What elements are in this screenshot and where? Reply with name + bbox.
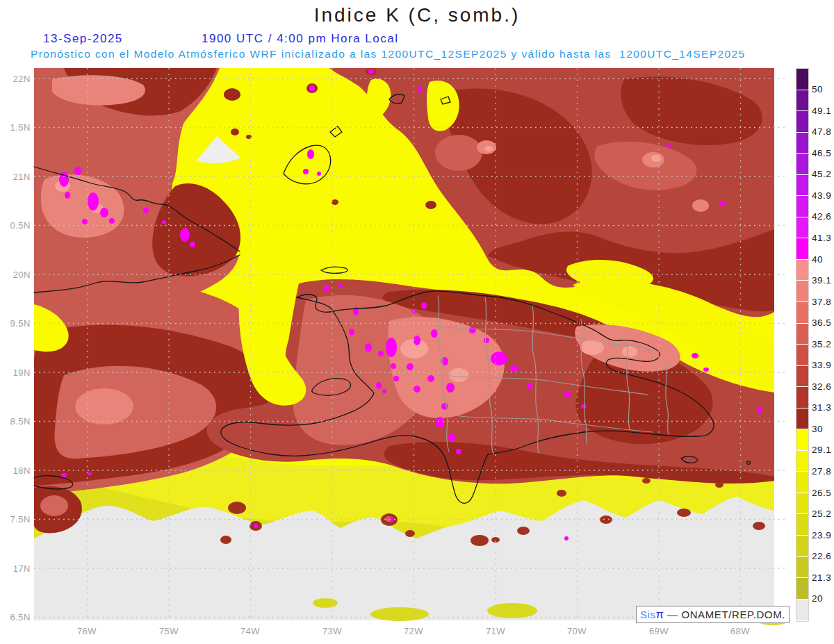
colorbar-segment [796, 557, 808, 579]
lat-label: 18N [0, 465, 31, 476]
lon-label: 72W [398, 626, 429, 636]
colorbar-label: 49.1 [812, 106, 831, 116]
map-plot-area: 22N 1.5N 21N 0.5N 20N 9.5N 19N 8.5N 18N … [0, 0, 834, 644]
attribution-org-label: — ONAMET/REP.DOM. [664, 609, 785, 620]
colorbar-segment [796, 111, 808, 133]
colorbar-segment [796, 260, 808, 281]
colorbar-segment [796, 451, 808, 472]
pi-symbol-icon: π [656, 609, 664, 621]
colorbar-segment [796, 175, 808, 197]
colorbar-segment [796, 387, 808, 408]
colorbar-label: 20 [812, 593, 823, 604]
colorbar-segment [796, 133, 808, 154]
colorbar-segment [796, 345, 808, 366]
lat-label: 0.5N [0, 220, 31, 231]
lat-label: 1.5N [0, 122, 31, 133]
lat-label: 6.5N [0, 612, 31, 622]
colorbar-segment [796, 324, 808, 345]
k-index-contour-map [0, 0, 834, 644]
lat-label: 7.5N [0, 514, 31, 525]
colorbar-label: 46.5 [812, 148, 831, 158]
colorbar-label: 40 [812, 254, 823, 265]
colorbar-segment [796, 429, 808, 451]
lon-label: 70W [562, 626, 592, 636]
colorbar-label: 50 [812, 84, 823, 94]
lon-label: 74W [235, 626, 265, 636]
lon-label: 73W [317, 626, 348, 636]
colorbar-segment [796, 154, 808, 175]
colorbar-label: 31.3 [812, 402, 831, 413]
colorbar-segment [796, 514, 808, 536]
colorbar-label: 30 [812, 424, 823, 434]
colorbar-label: 39.1 [812, 275, 831, 286]
lon-label: 68W [725, 626, 755, 636]
colorbar-label: 47.8 [812, 126, 831, 137]
lat-label: 20N [0, 270, 31, 280]
colorbar-label: 32.6 [812, 381, 831, 392]
sispi-brand-label: Sis [640, 609, 656, 620]
colorbar-segment [796, 366, 808, 388]
colorbar-label: 29.1 [812, 445, 831, 455]
lat-label: 9.5N [0, 318, 31, 329]
colorbar-segment [796, 493, 808, 515]
colorbar-label: 23.9 [812, 530, 831, 540]
colorbar-label: 42.6 [812, 211, 831, 222]
colorbar-label: 37.8 [812, 297, 831, 307]
colorbar-segment [796, 238, 808, 260]
colorbar-segment [796, 600, 808, 621]
lat-label: 8.5N [0, 416, 31, 427]
colorbar-label: 27.8 [812, 466, 831, 477]
lat-label: 19N [0, 368, 31, 378]
colorbar-segment [796, 408, 808, 430]
lon-label: 71W [480, 626, 511, 636]
colorbar-segment [796, 196, 808, 217]
colorbar-segment [796, 69, 808, 90]
colorbar-segment [796, 536, 808, 557]
colorbar-label: 45.2 [812, 169, 831, 179]
colorbar-label: 22.6 [812, 551, 831, 561]
lon-label: 75W [154, 626, 184, 636]
attribution-box: Sisπ — ONAMET/REP.DOM. [636, 606, 790, 623]
colorbar-segment [796, 281, 808, 302]
colorbar-segment [796, 217, 808, 239]
colorbar-label: 21.3 [812, 572, 831, 583]
lat-label: 21N [0, 172, 31, 182]
lon-label: 69W [644, 626, 674, 636]
lon-label: 76W [72, 626, 102, 636]
weather-map-page: { "title": "Indice K (C, somb.)", "heade… [0, 0, 834, 644]
colorbar-segment [796, 302, 808, 324]
colorbar-segment [796, 90, 808, 112]
lat-label: 17N [0, 563, 31, 574]
colorbar-label: 41.3 [812, 233, 831, 243]
colorbar-label: 43.9 [812, 190, 831, 201]
colorbar-label: 36.5 [812, 317, 831, 328]
colorbar-scale [796, 69, 808, 621]
colorbar-segment [796, 472, 808, 493]
colorbar-segment [796, 578, 808, 600]
colorbar-label: 26.5 [812, 488, 831, 498]
colorbar-label: 25.2 [812, 509, 831, 519]
colorbar-label: 33.9 [812, 360, 831, 370]
lat-label: 22N [0, 74, 31, 84]
colorbar-label: 35.2 [812, 339, 831, 349]
